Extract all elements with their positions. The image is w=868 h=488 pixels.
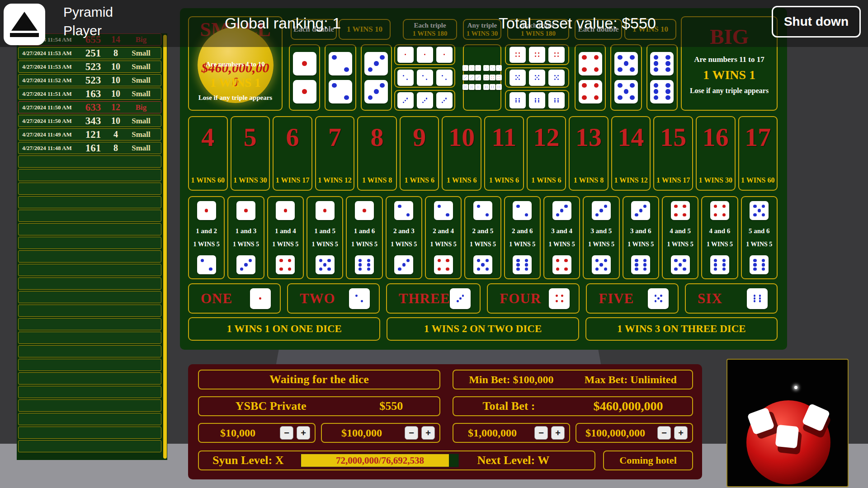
history-row[interactable]: 4/27/2024 11:49 AM1214Small [18,128,161,141]
history-row[interactable]: 4/27/2024 11:52 AM52310Small [18,74,161,86]
coming-hotel-button[interactable]: Coming hotel [603,450,693,470]
app-logo[interactable] [4,4,45,45]
total-number: 5 [244,124,257,150]
bet-double-6[interactable] [646,44,678,111]
history-row[interactable]: 4/27/2024 11:50 AM34310Small [18,115,161,127]
bet-pair-2-3[interactable]: 2 and 31 WINS 5 [386,196,422,279]
bet-single-3[interactable]: THREE [386,283,481,314]
rolled-die-1 [747,407,774,435]
bet-pair-5-6[interactable]: 5 and 61 WINS 5 [741,196,778,279]
die-face-6 [513,255,532,274]
chip-plus-button[interactable]: + [674,426,688,440]
bet-total-7[interactable]: 71 WINS 12 [315,116,355,191]
chip-plus-button[interactable]: + [421,426,435,440]
bet-double-4[interactable] [575,44,606,111]
pair-label: 4 and 5 [670,227,691,235]
bet-double-1[interactable] [289,44,320,111]
bet-double-3[interactable] [361,44,392,111]
chip-minus-button[interactable]: − [657,426,671,440]
bet-single-6[interactable]: SIX [685,283,778,314]
pair-label: 1 and 4 [275,227,296,235]
single-label: SIX [698,291,722,307]
bet-total-10[interactable]: 101 WINS 6 [442,116,481,191]
pair-label: 3 and 5 [591,227,612,235]
history-scrollbar[interactable] [163,35,167,459]
die-face-4 [483,75,489,80]
bet-total-11[interactable]: 111 WINS 6 [484,116,524,191]
bet-single-5[interactable]: FIVE [586,283,679,314]
total-odds: 1 WINS 8 [574,176,604,184]
history-row[interactable]: 4/27/2024 11:48 AM1618Small [18,142,161,154]
die-face-4 [548,47,565,63]
bet-pair-3-6[interactable]: 3 and 61 WINS 5 [623,196,659,279]
history-dice: 523 [80,61,106,73]
bet-total-14[interactable]: 141 WINS 12 [611,116,651,191]
global-ranking: Global ranking: 1 [225,14,341,32]
die-face-6 [490,84,495,90]
bet-single-2[interactable]: TWO [287,283,380,314]
bet-total-15[interactable]: 151 WINS 17 [653,116,693,191]
total-odds: 1 WINS 30 [233,176,267,184]
bet-total-8[interactable]: 81 WINS 8 [357,116,397,191]
die-face-4 [552,255,571,274]
die-face-3 [394,255,413,274]
die-face-4 [529,47,545,63]
level-label: Syun Level: X [212,454,283,467]
bet-total-12[interactable]: 121 WINS 6 [527,116,566,191]
bet-total-13[interactable]: 131 WINS 8 [569,116,609,191]
die-face-5 [473,255,492,274]
bet-pair-3-5[interactable]: 3 and 51 WINS 5 [583,196,619,279]
bet-any-triple[interactable] [463,44,501,111]
bet-total-17[interactable]: 171 WINS 60 [738,116,778,191]
player-name: Pyramid Player [63,3,131,40]
bet-total-5[interactable]: 51 WINS 30 [231,116,270,191]
bet-single-4[interactable]: FOUR [487,283,580,314]
die-face-5 [592,255,611,274]
total-number: 4 [201,124,214,150]
bet-pair-1-2[interactable]: 1 and 21 WINS 5 [188,196,225,279]
singles-row: ONETWOTHREEFOURFIVESIX [188,283,778,314]
die-face-3 [417,92,433,108]
bet-total-9[interactable]: 91 WINS 6 [400,116,439,191]
bet-triple-1[interactable] [394,44,455,65]
chip-minus-button[interactable]: − [534,426,548,440]
bet-pair-2-6[interactable]: 2 and 61 WINS 5 [504,196,541,279]
bet-triple-3[interactable] [394,90,455,111]
bet-pair-1-3[interactable]: 1 and 31 WINS 5 [227,196,264,279]
chip-minus-button[interactable]: − [405,426,418,440]
die-face-3 [631,201,650,220]
history-row[interactable]: 4/27/2024 11:53 AM52310Small [18,61,161,73]
chip-plus-button[interactable]: + [297,426,310,440]
die-face-4 [434,255,453,274]
die-face-1 [293,80,316,103]
bet-pair-4-5[interactable]: 4 and 51 WINS 5 [662,196,698,279]
chip-plus-button[interactable]: + [551,426,565,440]
chip-minus-button[interactable]: − [280,426,293,440]
bet-double-5[interactable] [610,44,642,111]
history-row[interactable]: 4/27/2024 11:51 AM16310Small [18,88,161,100]
bet-double-2[interactable] [325,44,356,111]
shutdown-button[interactable]: Shut down [772,6,861,38]
bet-pair-1-5[interactable]: 1 and 51 WINS 5 [307,196,343,279]
bet-total-16[interactable]: 161 WINS 30 [696,116,736,191]
history-row[interactable]: 4/27/2024 11:50 AM63312Big [18,101,161,113]
bet-triple-5[interactable] [505,67,569,88]
bet-pair-2-4[interactable]: 2 and 41 WINS 5 [425,196,462,279]
bet-triple-6[interactable] [505,90,569,111]
bet-pair-1-6[interactable]: 1 and 61 WINS 5 [346,196,382,279]
bet-pair-4-6[interactable]: 4 and 61 WINS 5 [701,196,738,279]
bet-triple-2[interactable] [394,67,455,88]
chip-selector-row: $10,000−+$100,000−+$1,000,000−+$100,000,… [198,423,693,443]
die-face-3 [236,255,255,274]
die-face-2 [394,201,413,220]
bet-total-4[interactable]: 41 WINS 60 [188,116,228,191]
bet-pair-3-4[interactable]: 3 and 41 WINS 5 [543,196,580,279]
history-row[interactable]: 4/27/2024 11:53 AM2518Small [18,47,161,59]
bet-pair-1-4[interactable]: 1 and 41 WINS 5 [267,196,304,279]
bet-single-1[interactable]: ONE [188,283,281,314]
history-size: Small [125,62,157,71]
bet-pair-2-5[interactable]: 2 and 51 WINS 5 [464,196,501,279]
bet-triple-4[interactable] [505,44,569,65]
bet-total-6[interactable]: 61 WINS 17 [273,116,312,191]
history-row-empty [18,318,161,330]
